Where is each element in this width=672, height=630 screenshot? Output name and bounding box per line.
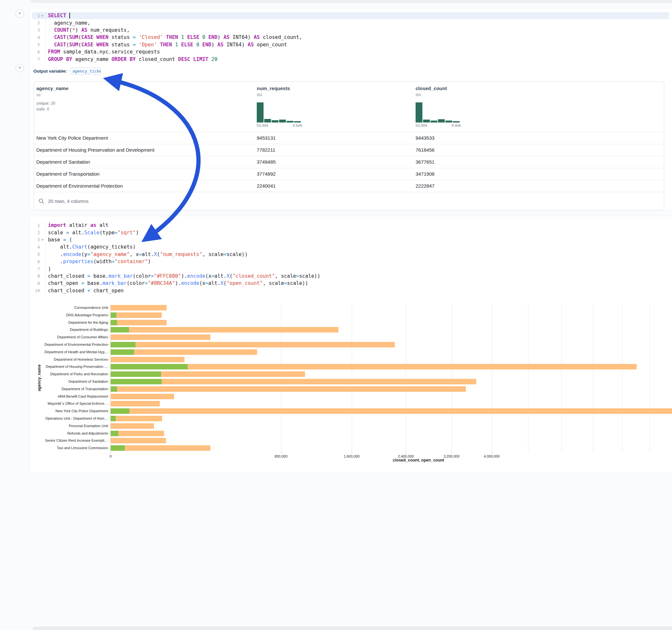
- code-line[interactable]: 6 .properties(width="container"): [32, 258, 669, 265]
- previous-cell-edge: [31, 0, 672, 3]
- code-line[interactable]: 6FROM sample_data.nyc.service_requests: [32, 48, 669, 55]
- code-token: (: [66, 237, 72, 243]
- code-line[interactable]: 5 CAST(SUM(CASE WHEN status = 'Open' THE…: [32, 41, 669, 48]
- code-token: (color: [127, 280, 145, 286]
- x-axis-label: 800,000: [274, 454, 288, 458]
- bar-open-count: [111, 342, 136, 347]
- code-text: import altair as alt: [45, 222, 109, 229]
- histogram-bar: [279, 120, 286, 122]
- code-token: base.: [84, 280, 102, 286]
- code-token: [178, 42, 181, 48]
- code-token: [178, 34, 181, 40]
- result-table: agency_namestrunique: 20nulls: 0num_requ…: [34, 81, 664, 210]
- code-line[interactable]: 4 CAST(SUM(CASE WHEN status = 'Closed' T…: [32, 34, 669, 41]
- code-line[interactable]: 2scale = alt.Scale(type="sqrt"): [32, 229, 669, 236]
- code-text: CAST(SUM(CASE WHEN status = 'Open' THEN …: [45, 41, 287, 48]
- code-token: num_requests,: [87, 27, 130, 33]
- y-axis-label: Department of Homeless Services: [30, 358, 108, 361]
- bar-open-count: [111, 327, 129, 333]
- bar-open-count: [111, 416, 116, 421]
- chevron-down-icon: [41, 239, 44, 241]
- code-token: [199, 42, 202, 48]
- bar-open-count: [111, 320, 117, 325]
- code-token: status: [109, 42, 133, 48]
- gridline: [622, 304, 622, 452]
- code-token: WHEN: [96, 34, 108, 40]
- table-cell: 9443533: [415, 132, 434, 144]
- code-token: "#8BC34A": [148, 280, 175, 286]
- column-type: str: [36, 93, 41, 97]
- histogram-bar: [446, 121, 452, 122]
- y-axis-tick: [109, 359, 110, 360]
- code-token: (: [78, 34, 81, 40]
- code-token: ).: [175, 280, 181, 286]
- fold-chevron-icon[interactable]: [40, 15, 45, 17]
- fold-chevron-icon[interactable]: [40, 239, 45, 241]
- y-axis-tick: [109, 426, 110, 426]
- y-axis-tick: [109, 308, 110, 308]
- python-editor[interactable]: 1import altair as alt2scale = alt.Scale(…: [32, 222, 669, 294]
- code-token: =: [139, 251, 142, 257]
- code-line[interactable]: 10chart_closed + chart_open: [32, 287, 669, 294]
- y-axis-tick: [109, 315, 110, 315]
- code-line[interactable]: 7GROUP BY agency_name ORDER BY closed_co…: [32, 55, 669, 63]
- y-axis-tick: [109, 418, 110, 419]
- code-token: X: [220, 280, 223, 286]
- table-row[interactable]: Department of Transportation377489234719…: [34, 168, 664, 180]
- sql-editor[interactable]: 1SELECT 2 agency_name,3 COUNT(*) AS num_…: [32, 12, 669, 63]
- bar-closed-count: [111, 327, 338, 333]
- code-token: INT64): [230, 34, 254, 40]
- code-line[interactable]: 1SELECT: [32, 12, 669, 19]
- add-cell-button-top[interactable]: +: [16, 9, 24, 18]
- code-token: AS: [248, 42, 254, 48]
- code-token: alt.: [69, 230, 84, 236]
- bar-closed-count: [111, 423, 154, 429]
- bar-chart: closed_count, open_count agency_name Cor…: [29, 298, 672, 474]
- code-token: 20: [211, 56, 217, 62]
- code-token: (: [157, 251, 160, 257]
- code-token: "sqrt": [118, 230, 136, 236]
- search-icon[interactable]: [39, 198, 44, 204]
- code-line[interactable]: 7): [32, 265, 669, 272]
- code-token: INT64): [223, 42, 248, 48]
- x-axis-tick: [281, 452, 281, 453]
- next-cell-edge: [32, 626, 672, 630]
- table-cell: 3471908: [415, 168, 434, 180]
- code-token: [172, 42, 175, 48]
- code-token: [184, 34, 187, 40]
- code-token: scale: [48, 230, 66, 236]
- code-line[interactable]: 8chart_closed = base.mark_bar(color="#FF…: [32, 272, 669, 280]
- code-token: [209, 56, 211, 62]
- line-number: 5: [32, 252, 40, 257]
- code-token: ): [75, 27, 81, 33]
- add-cell-button-middle[interactable]: +: [16, 64, 24, 72]
- code-line[interactable]: 9chart_open = base.mark_bar(color="#8BC3…: [32, 280, 669, 287]
- output-variable-chip[interactable]: agency_tickets: [70, 68, 101, 75]
- code-line[interactable]: 3 COUNT(*) AS num_requests,: [32, 27, 669, 34]
- x-axis-label: 4,000,000: [484, 454, 500, 458]
- code-line[interactable]: 1import altair as alt: [32, 222, 669, 229]
- code-token: ).: [181, 273, 187, 279]
- y-axis-tick: [109, 411, 110, 412]
- code-line[interactable]: 3base = (: [32, 236, 669, 243]
- code-text: .encode(y="agency_name", x=alt.X("num_re…: [45, 251, 248, 258]
- code-token: (x: [199, 280, 206, 286]
- column-histogram: [415, 102, 461, 122]
- x-axis-label: 0: [110, 454, 112, 458]
- code-token: encode: [63, 251, 81, 257]
- table-row[interactable]: Department of Environmental Protection22…: [34, 180, 664, 192]
- table-row[interactable]: Department of Sanitation37494853677651: [34, 156, 664, 168]
- code-line[interactable]: 5 .encode(y="agency_name", x=alt.X("num_…: [32, 251, 669, 258]
- column-meta: unique: 20: [36, 101, 55, 106]
- table-cell: 7782211: [257, 144, 275, 156]
- code-text: chart_closed = base.mark_bar(color="#FFC…: [45, 272, 320, 280]
- table-cell: Department of Transportation: [36, 168, 99, 180]
- column-type: i64: [415, 93, 421, 97]
- table-row[interactable]: New York City Police Department945313194…: [34, 132, 664, 144]
- code-token: LIMIT: [193, 56, 209, 62]
- code-line[interactable]: 4 alt.Chart(agency_tickets): [32, 243, 669, 250]
- code-line[interactable]: 2 agency_name,: [32, 19, 669, 26]
- y-axis-label: Department of Environmental Protection: [30, 343, 108, 346]
- table-row[interactable]: Department of Housing Preservation and D…: [34, 144, 664, 156]
- gridline: [528, 304, 528, 452]
